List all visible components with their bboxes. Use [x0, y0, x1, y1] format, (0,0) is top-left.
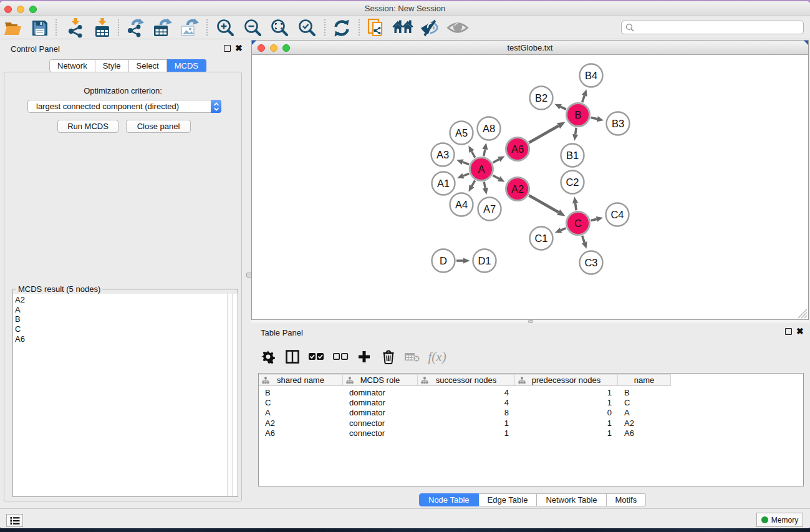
graph-edge-A-A5[interactable]	[471, 152, 475, 158]
mcds-result-item[interactable]: A	[15, 305, 238, 315]
table-cell-predecessor_nodes[interactable]: 0	[515, 408, 618, 417]
tab-network-table[interactable]: Network Table	[537, 493, 606, 506]
table-cell-predecessor_nodes[interactable]: 1	[515, 398, 618, 407]
table-cell-successor_nodes[interactable]: 1	[418, 428, 515, 438]
mcds-result-item[interactable]: A6	[15, 334, 238, 344]
float-panel-icon[interactable]	[785, 328, 792, 335]
column-header-predecessor_nodes[interactable]: predecessor nodes	[515, 374, 618, 386]
column-header-mcds_role[interactable]: MCDS role	[343, 374, 418, 386]
table-cell-mcds_role[interactable]: connector	[343, 428, 418, 438]
refresh-button[interactable]	[330, 18, 353, 38]
table-cell-shared_name[interactable]: B	[259, 388, 343, 397]
graph-edge-B-B2[interactable]	[561, 107, 566, 109]
table-cell-name[interactable]: A2	[618, 418, 671, 428]
graph-edge-A6-B[interactable]	[529, 126, 558, 143]
network-window-titlebar[interactable]: testGlobe.txt	[252, 41, 808, 55]
graph-edge-B-B3[interactable]	[591, 117, 597, 118]
table-cell-mcds_role[interactable]: dominator	[343, 398, 418, 407]
zoom-selected-button[interactable]	[296, 18, 318, 38]
export-table-button[interactable]	[151, 18, 173, 38]
search-input[interactable]	[621, 21, 804, 34]
select-all-button[interactable]	[308, 352, 324, 361]
graph-edge-B-B4[interactable]	[582, 95, 585, 102]
graph-edge-C-C1[interactable]	[561, 228, 566, 230]
tab-node-table[interactable]: Node Table	[419, 493, 479, 506]
tab-network[interactable]: Network	[49, 59, 95, 72]
table-cell-mcds_role[interactable]: dominator	[343, 388, 418, 397]
hide-panel-button[interactable]	[419, 18, 441, 38]
tab-edge-table[interactable]: Edge Table	[479, 493, 538, 506]
table-cell-shared_name[interactable]: A	[259, 408, 343, 417]
delete-column-button[interactable]	[380, 349, 397, 364]
graph-edge-A-A2[interactable]	[493, 175, 499, 178]
export-image-button[interactable]	[178, 18, 200, 38]
import-network-button[interactable]	[64, 18, 87, 38]
criterion-select[interactable]: largest connected component (directed)	[27, 100, 221, 113]
graph-edge-B-B1[interactable]	[576, 128, 576, 135]
tab-select[interactable]: Select	[129, 59, 167, 72]
graph-edge-C-C3[interactable]	[582, 236, 585, 243]
graph-edge-A2-C[interactable]	[529, 195, 558, 212]
mcds-result-item[interactable]: C	[15, 324, 238, 334]
table-row[interactable]: Bdominator41B	[259, 387, 803, 397]
column-header-shared_name[interactable]: shared name	[259, 374, 343, 386]
memory-button[interactable]: Memory	[756, 513, 803, 527]
network-graph[interactable]: AA2A6BCA1A3A4A5A7A8B1B2B3B4C1C2C3C4DD1	[252, 56, 808, 319]
table-cell-mcds_role[interactable]: connector	[343, 418, 418, 428]
show-panel-button[interactable]	[446, 18, 469, 38]
table-cell-predecessor_nodes[interactable]: 1	[515, 388, 618, 397]
table-cell-name[interactable]: B	[618, 388, 671, 397]
import-table-button[interactable]	[91, 18, 113, 38]
export-network-button[interactable]	[124, 18, 147, 38]
table-cell-predecessor_nodes[interactable]: 1	[515, 428, 618, 438]
graph-edge-A-A8[interactable]	[484, 149, 485, 156]
mcds-result-list[interactable]: A2ABCA6	[13, 294, 238, 496]
task-history-button[interactable]	[6, 514, 23, 527]
zoom-fit-button[interactable]	[268, 18, 291, 38]
open-file-button[interactable]	[1, 18, 24, 38]
column-header-name[interactable]: name	[618, 374, 671, 386]
network-canvas[interactable]: AA2A6BCA1A3A4A5A7A8B1B2B3B4C1C2C3C4DD1	[252, 56, 808, 319]
table-cell-shared_name[interactable]: A2	[259, 418, 343, 428]
table-row[interactable]: A2connector11A2	[259, 418, 803, 428]
graph-edge-A-A1[interactable]	[463, 173, 470, 176]
table-cell-successor_nodes[interactable]: 4	[418, 398, 515, 407]
table-row[interactable]: Cdominator41C	[259, 397, 803, 407]
zoom-out-button[interactable]	[241, 18, 264, 38]
column-header-successor_nodes[interactable]: successor nodes	[418, 374, 515, 386]
float-panel-icon[interactable]	[224, 45, 231, 52]
resize-grip-icon[interactable]	[796, 307, 808, 319]
mcds-result-item[interactable]: B	[15, 314, 238, 324]
table-cell-shared_name[interactable]: A6	[259, 428, 343, 438]
graph-edge-A-A4[interactable]	[472, 180, 475, 186]
add-column-button[interactable]	[356, 350, 372, 364]
table-row[interactable]: A6connector11A6	[259, 428, 803, 438]
graph-edge-C-C2[interactable]	[576, 203, 577, 211]
table-cell-successor_nodes[interactable]: 1	[418, 418, 515, 428]
tab-motifs[interactable]: Motifs	[607, 493, 647, 506]
table-cell-name[interactable]: C	[618, 398, 671, 407]
close-panel-button[interactable]: Close panel	[126, 120, 191, 133]
close-panel-icon[interactable]: ✖	[796, 328, 804, 335]
table-cell-successor_nodes[interactable]: 4	[418, 388, 515, 397]
table-cell-name[interactable]: A6	[618, 428, 671, 438]
mcds-result-item[interactable]: A2	[15, 295, 238, 305]
result-scrollbar[interactable]	[227, 294, 233, 496]
tab-style[interactable]: Style	[95, 59, 129, 72]
table-cell-predecessor_nodes[interactable]: 1	[515, 418, 618, 428]
run-mcds-button[interactable]: Run MCDS	[57, 120, 118, 133]
graph-edge-A-A6[interactable]	[493, 159, 499, 162]
table-cell-name[interactable]: A	[618, 408, 671, 417]
table-cell-mcds_role[interactable]: dominator	[343, 408, 418, 417]
table-cell-successor_nodes[interactable]: 8	[418, 408, 515, 417]
tab-mcds[interactable]: MCDS	[167, 59, 206, 72]
gear-button[interactable]	[260, 349, 276, 364]
show-all-networks-button[interactable]	[392, 18, 415, 38]
graph-edge-A-A7[interactable]	[484, 182, 485, 188]
close-panel-icon[interactable]: ✖	[235, 45, 243, 52]
split-view-button[interactable]	[284, 350, 301, 364]
graph-edge-C-C4[interactable]	[591, 219, 596, 220]
table-cell-shared_name[interactable]: C	[259, 398, 343, 407]
table-row[interactable]: Adominator80A	[259, 408, 803, 418]
deselect-all-button[interactable]	[332, 352, 349, 361]
